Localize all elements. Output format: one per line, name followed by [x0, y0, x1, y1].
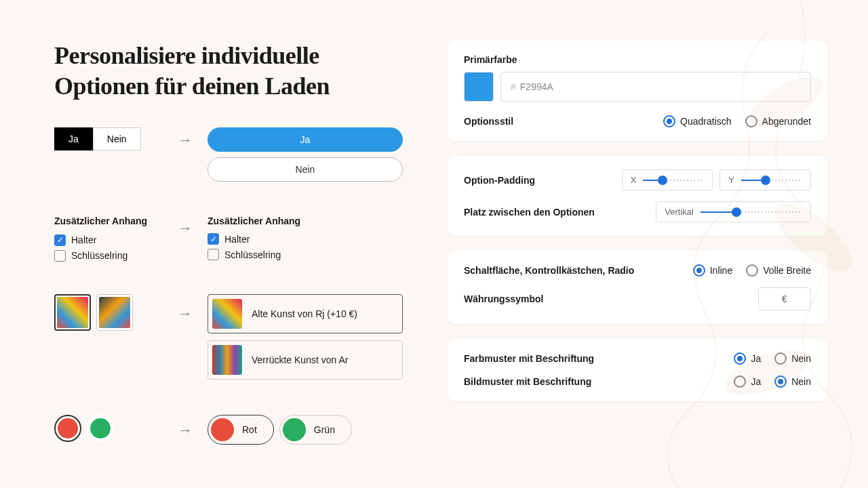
- radio-image-yes[interactable]: Ja: [734, 375, 761, 388]
- color-hex-input[interactable]: #F2994A: [500, 72, 811, 102]
- padding-label: Option-Padding: [464, 175, 535, 186]
- before-yes-button[interactable]: Ja: [54, 127, 93, 150]
- demo-swatches: → Rot Grün: [54, 415, 407, 445]
- attach-label-after: Zusätzlicher Anhang: [208, 216, 407, 226]
- radio-square[interactable]: Quadratisch: [663, 115, 731, 127]
- card-primary-color: Primärfarbe #F2994A Optionsstil Quadrati…: [448, 41, 827, 141]
- currency-input[interactable]: €: [758, 287, 811, 310]
- attach-label-before: Zusätzlicher Anhang: [54, 216, 163, 226]
- chk-ring-after[interactable]: Schlüsselring: [208, 249, 407, 260]
- color-preview[interactable]: [464, 72, 494, 102]
- img-option-1[interactable]: Alte Kunst von Rj (+10 €): [208, 294, 403, 333]
- slider-y[interactable]: Y: [719, 169, 811, 190]
- card-swatch-labels: Farbmuster mit Beschriftung Ja Nein Bild…: [448, 339, 827, 401]
- chk-halter-after[interactable]: ✓Halter: [208, 233, 407, 245]
- color-swatch-label: Farbmuster mit Beschriftung: [464, 353, 594, 364]
- thumb-2-before[interactable]: [96, 294, 133, 331]
- swatch-red-before[interactable]: [54, 415, 81, 442]
- arrow-icon: →: [178, 422, 193, 439]
- after-no-button[interactable]: Nein: [208, 157, 403, 182]
- chk-ring-before[interactable]: Schlüsselring: [54, 250, 127, 262]
- layout-label: Schaltfläche, Kontrollkästchen, Radio: [464, 265, 634, 276]
- swatch-green-after[interactable]: Grün: [279, 415, 352, 445]
- page-title: Personalisiere individuelle Optionen für…: [54, 41, 407, 102]
- radio-image-no[interactable]: Nein: [774, 375, 811, 388]
- demo-checkboxes: Zusätzlicher Anhang ✓Halter Schlüsselrin…: [54, 216, 407, 266]
- demo-images: → Alte Kunst von Rj (+10 €) Verrückte Ku…: [54, 294, 407, 386]
- arrow-icon: →: [178, 220, 193, 237]
- img-option-2[interactable]: Verrückte Kunst von Ar: [208, 340, 403, 380]
- radio-full-width[interactable]: Volle Breite: [746, 264, 811, 277]
- primary-color-label: Primärfarbe: [464, 54, 811, 65]
- radio-color-no[interactable]: Nein: [774, 352, 811, 365]
- image-swatch-label: Bildmuster mit Beschriftung: [464, 376, 591, 387]
- swatch-red-after[interactable]: Rot: [208, 415, 274, 445]
- before-no-button[interactable]: Nein: [93, 127, 141, 150]
- currency-label: Währungssymbol: [464, 293, 543, 304]
- thumb-1-before[interactable]: [54, 294, 91, 331]
- demo-buttons: Ja Nein → Ja Nein: [54, 127, 407, 187]
- chk-halter-before[interactable]: ✓Halter: [54, 235, 96, 246]
- swatch-green-before[interactable]: [87, 415, 114, 442]
- radio-inline[interactable]: Inline: [693, 264, 732, 277]
- spacing-label: Platz zwischen den Optionen: [464, 207, 595, 218]
- radio-color-yes[interactable]: Ja: [734, 352, 761, 365]
- option-style-label: Optionsstil: [464, 116, 513, 127]
- card-layout: Schaltfläche, Kontrollkästchen, Radio In…: [448, 251, 827, 324]
- arrow-icon: →: [178, 305, 193, 323]
- card-padding: Option-Padding X Y Platz zwischen den Op…: [448, 156, 827, 236]
- radio-rounded[interactable]: Abgerundet: [745, 115, 811, 127]
- arrow-icon: →: [178, 131, 193, 149]
- slider-x[interactable]: X: [622, 169, 713, 190]
- after-yes-button[interactable]: Ja: [208, 127, 403, 152]
- slider-vertical[interactable]: Vertikal: [656, 201, 811, 222]
